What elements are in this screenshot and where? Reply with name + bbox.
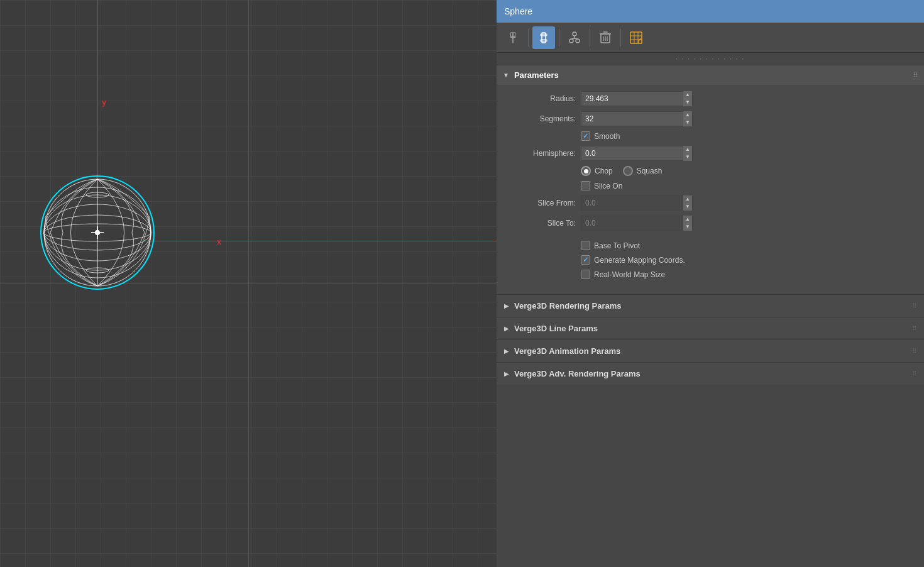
slice-on-box[interactable] <box>581 181 590 190</box>
gen-mapping-row: ✓ Generate Mapping Coords. <box>507 255 914 265</box>
hemisphere-up[interactable]: ▲ <box>683 146 692 153</box>
hemisphere-label: Hemisphere: <box>507 149 576 158</box>
smooth-checkbox-box[interactable]: ✓ <box>581 131 590 141</box>
base-pivot-box[interactable] <box>581 241 590 250</box>
real-world-box[interactable] <box>581 270 590 279</box>
toolbar-sep-2 <box>559 29 559 47</box>
real-world-checkbox[interactable]: Real-World Map Size <box>581 270 665 279</box>
segments-row: Segments: ▲ ▼ <box>507 111 914 126</box>
gen-mapping-label: Generate Mapping Coords. <box>594 256 685 265</box>
gen-mapping-checkbox[interactable]: ✓ Generate Mapping Coords. <box>581 255 685 265</box>
svg-rect-28 <box>630 32 642 43</box>
red-axis-x <box>145 241 497 241</box>
smooth-checkbox[interactable]: ✓ Smooth <box>581 131 620 141</box>
hierarchy-button[interactable] <box>563 26 586 49</box>
segments-spin: ▲ ▼ <box>683 111 692 126</box>
radius-up[interactable]: ▲ <box>683 91 692 99</box>
modify-button[interactable] <box>532 26 555 49</box>
segments-down[interactable]: ▼ <box>683 119 692 126</box>
real-world-label: Real-World Map Size <box>594 270 665 279</box>
slice-on-checkbox[interactable]: Slice On <box>581 181 622 190</box>
line-title: Verge3D Line Params <box>514 324 912 333</box>
sphere-wireframe <box>38 173 157 292</box>
drag-handle[interactable]: · · · · · · · · · · · · <box>497 53 924 65</box>
base-pivot-checkbox[interactable]: Base To Pivot <box>581 241 640 250</box>
smooth-check-mark: ✓ <box>583 132 588 140</box>
verge3d-line-section[interactable]: ▶ Verge3D Line Params ⠿ <box>497 317 924 339</box>
slice-from-down[interactable]: ▼ <box>683 203 692 211</box>
smooth-label: Smooth <box>594 132 620 141</box>
slice-to-up[interactable]: ▲ <box>683 216 692 223</box>
chop-radio[interactable]: Chop <box>581 166 613 176</box>
chop-squash-row: Chop Squash <box>507 166 914 176</box>
squash-circle[interactable] <box>623 166 633 176</box>
slice-from-label: Slice From: <box>507 199 576 207</box>
parameters-dots: ⠿ <box>913 72 918 79</box>
radius-down[interactable]: ▼ <box>683 99 692 106</box>
animation-title: Verge3D Animation Params <box>514 346 912 356</box>
hemisphere-down[interactable]: ▼ <box>683 153 692 161</box>
gen-mapping-box[interactable]: ✓ <box>581 255 590 265</box>
delete-button[interactable] <box>594 26 617 49</box>
hemisphere-input[interactable] <box>581 149 683 158</box>
radius-row: Radius: ▲ ▼ <box>507 91 914 106</box>
slice-on-label: Slice On <box>594 182 622 190</box>
animation-triangle: ▶ <box>504 348 509 355</box>
title-bar: Sphere <box>497 0 924 23</box>
rendering-triangle: ▶ <box>504 302 509 309</box>
slice-to-row: Slice To: ▲ ▼ <box>507 216 914 231</box>
x-axis-label: x <box>217 237 221 246</box>
real-world-row: Real-World Map Size <box>507 270 914 279</box>
slice-on-row: Slice On <box>507 181 914 190</box>
y-axis-label: y <box>102 97 106 107</box>
smooth-row: ✓ Smooth <box>507 131 914 141</box>
adv-rendering-title: Verge3D Adv. Rendering Params <box>514 369 912 378</box>
right-panel: Sphere <box>497 0 924 567</box>
chop-circle[interactable] <box>581 166 591 176</box>
segments-input[interactable] <box>581 114 683 123</box>
hemisphere-row: Hemisphere: ▲ ▼ <box>507 146 914 161</box>
toolbar-sep-4 <box>620 29 621 47</box>
toolbar <box>497 23 924 53</box>
animation-dots: ⠿ <box>912 348 916 355</box>
verge3d-rendering-section[interactable]: ▶ Verge3D Rendering Params ⠿ <box>497 294 924 317</box>
slice-from-input[interactable] <box>581 199 683 207</box>
squash-label: Squash <box>637 167 663 175</box>
line-dots: ⠿ <box>912 325 916 332</box>
slice-from-spin: ▲ ▼ <box>683 195 692 211</box>
svg-line-20 <box>571 38 575 39</box>
squash-radio[interactable]: Squash <box>623 166 663 176</box>
parameters-content: Radius: ▲ ▼ Segments: ▲ ▼ <box>497 85 924 294</box>
toolbar-sep-1 <box>528 29 529 47</box>
toolbar-sep-3 <box>590 29 590 47</box>
object-title: Sphere <box>504 6 532 16</box>
svg-point-17 <box>569 39 573 43</box>
verge3d-animation-section[interactable]: ▶ Verge3D Animation Params ⠿ <box>497 339 924 362</box>
svg-line-34 <box>638 41 639 43</box>
slice-from-input-wrap[interactable]: ▲ ▼ <box>581 195 693 211</box>
slice-to-input[interactable] <box>581 219 683 228</box>
radius-spin: ▲ ▼ <box>683 91 692 106</box>
hemisphere-input-wrap[interactable]: ▲ ▼ <box>581 146 693 161</box>
radius-input[interactable] <box>581 94 683 103</box>
parameters-header[interactable]: ▼ Parameters ⠿ <box>497 65 924 85</box>
gen-mapping-check-mark: ✓ <box>583 256 588 264</box>
hemisphere-spin: ▲ ▼ <box>683 146 692 161</box>
segments-up[interactable]: ▲ <box>683 111 692 119</box>
segments-input-wrap[interactable]: ▲ ▼ <box>581 111 693 126</box>
radius-label: Radius: <box>507 94 576 103</box>
slice-to-spin: ▲ ▼ <box>683 216 692 231</box>
adv-rendering-dots: ⠿ <box>912 370 916 377</box>
adv-rendering-triangle: ▶ <box>504 370 509 377</box>
svg-point-16 <box>573 32 576 36</box>
segments-label: Segments: <box>507 114 576 123</box>
parameters-triangle: ▼ <box>503 72 509 79</box>
radius-input-wrap[interactable]: ▲ ▼ <box>581 91 693 106</box>
display-button[interactable] <box>625 26 647 49</box>
slice-to-down[interactable]: ▼ <box>683 223 692 231</box>
pin-button[interactable] <box>502 26 524 49</box>
verge3d-adv-rendering-section[interactable]: ▶ Verge3D Adv. Rendering Params ⠿ <box>497 362 924 385</box>
slice-to-input-wrap[interactable]: ▲ ▼ <box>581 216 693 231</box>
slice-from-up[interactable]: ▲ <box>683 195 692 203</box>
base-pivot-label: Base To Pivot <box>594 241 640 250</box>
